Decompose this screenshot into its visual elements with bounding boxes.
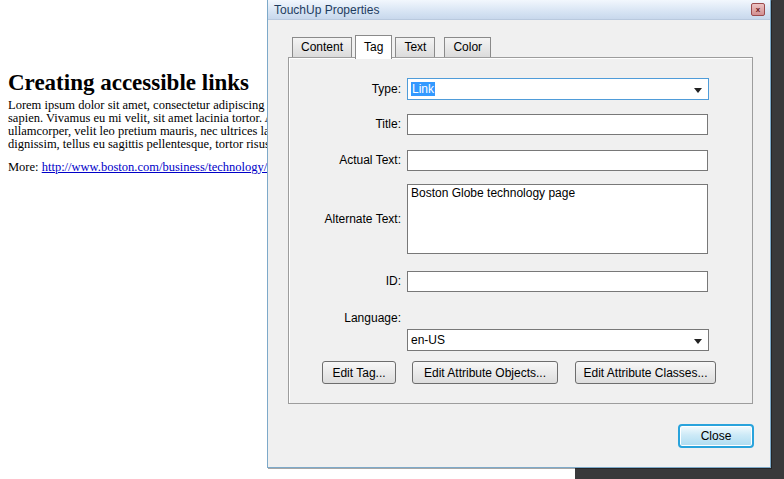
dialog-close-icon[interactable]: x: [751, 3, 765, 16]
language-label: Language:: [289, 308, 401, 329]
actual-text-label: Actual Text:: [289, 150, 401, 171]
workspace-background-right: [771, 0, 784, 479]
type-dropdown[interactable]: Link: [407, 78, 709, 100]
dialog-title: TouchUp Properties: [274, 3, 379, 17]
tab-content[interactable]: Content: [292, 37, 352, 58]
edit-attribute-classes-button[interactable]: Edit Attribute Classes...: [575, 361, 716, 384]
id-label: ID:: [289, 271, 401, 292]
language-dropdown[interactable]: en-US: [407, 329, 709, 351]
chevron-down-icon: [694, 88, 702, 93]
edit-tag-button[interactable]: Edit Tag...: [322, 361, 396, 384]
type-label: Type:: [289, 79, 401, 100]
edit-attribute-objects-button[interactable]: Edit Attribute Objects...: [412, 361, 558, 384]
paragraph-line: dignissim, tellus eu sagittis pellentesq…: [8, 138, 274, 151]
document-paragraph: Lorem ipsum dolor sit amet, consectetur …: [8, 99, 274, 151]
tab-bar: Content Tag Text Color: [292, 34, 494, 58]
document-more-line: More: http://www.boston.com/business/tec…: [8, 160, 267, 175]
document-hyperlink[interactable]: http://www.boston.com/business/technolog…: [42, 160, 268, 174]
actual-text-input[interactable]: [407, 150, 708, 171]
tab-color[interactable]: Color: [444, 37, 491, 58]
language-selected-value: en-US: [411, 333, 445, 347]
workspace-background-bottom: [575, 468, 784, 479]
chevron-down-icon: [694, 339, 702, 344]
touchup-properties-dialog: TouchUp Properties x Content Tag Text Co…: [267, 0, 771, 468]
title-input[interactable]: [407, 114, 708, 135]
id-input[interactable]: [407, 271, 708, 292]
tab-text[interactable]: Text: [395, 37, 435, 58]
document-heading: Creating accessible links: [8, 70, 249, 96]
type-selected-value: Link: [411, 82, 435, 96]
more-label: More:: [8, 160, 42, 174]
close-button[interactable]: Close: [678, 424, 754, 448]
tag-panel-frame: Type: Link Title: Actual Text: Alternate…: [288, 57, 753, 404]
dialog-titlebar[interactable]: TouchUp Properties x: [268, 0, 770, 20]
alternate-text-label: Alternate Text:: [289, 184, 401, 254]
alternate-text-textarea[interactable]: Boston Globe technology page: [407, 184, 708, 254]
tab-tag[interactable]: Tag: [355, 35, 392, 59]
title-label: Title:: [289, 114, 401, 135]
